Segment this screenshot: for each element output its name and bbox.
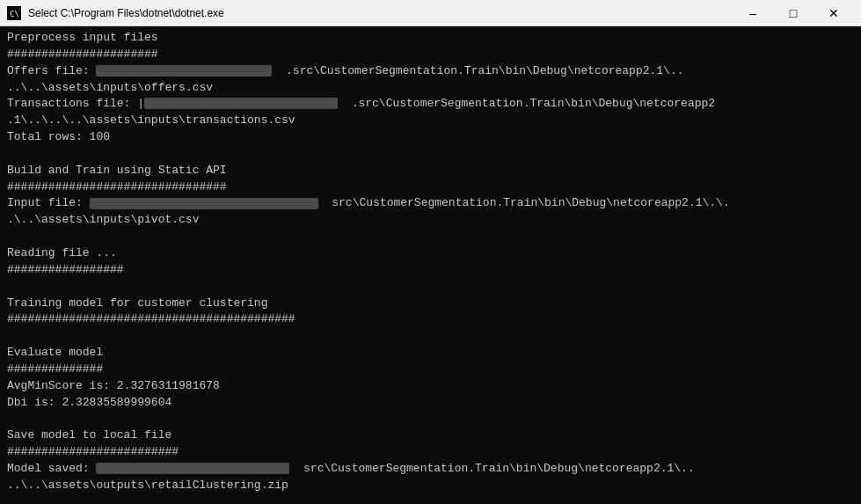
terminal-output: Preprocess input files #################…	[0, 26, 861, 504]
terminal-line: Evaluate model	[7, 345, 854, 362]
terminal-line: .\..\assets\inputs\pivot.csv	[7, 212, 854, 229]
app-icon: C\	[7, 6, 21, 20]
window-controls: – □ ✕	[733, 0, 854, 26]
terminal-line: ######################	[7, 47, 854, 63]
terminal-line: ..\..\assets\inputs\offers.csv	[7, 80, 854, 97]
terminal-line: Model saved: src\CustomerSegmentation.Tr…	[7, 461, 854, 478]
terminal-line	[7, 328, 854, 345]
close-button[interactable]: ✕	[814, 0, 854, 26]
terminal-line	[7, 494, 854, 504]
terminal-line: #########################	[7, 444, 854, 461]
terminal-line: Transactions file: | .src\CustomerSegmen…	[7, 96, 854, 113]
maximize-button[interactable]: □	[773, 0, 814, 26]
terminal-line	[7, 411, 854, 427]
terminal-line: Offers file: .src\CustomerSegmentation.T…	[7, 63, 854, 80]
terminal-line: ################################	[7, 179, 854, 196]
terminal-line: Dbi is: 2.32835589999604	[7, 395, 854, 412]
terminal-line	[7, 146, 854, 163]
terminal-line: ..\..\assets\outputs\retailClustering.zi…	[7, 478, 854, 494]
window-title: Select C:\Program Files\dotnet\dotnet.ex…	[28, 7, 733, 19]
minimize-button[interactable]: –	[733, 0, 773, 26]
terminal-line: AvgMinScore is: 2.3276311981678	[7, 378, 854, 395]
terminal-line: Reading file ...	[7, 245, 854, 262]
terminal-line: .1\..\..\..\assets\inputs\transactions.c…	[7, 113, 854, 129]
terminal-line	[7, 279, 854, 296]
title-bar: C\ Select C:\Program Files\dotnet\dotnet…	[0, 0, 861, 26]
terminal-line: Build and Train using Static API	[7, 163, 854, 179]
terminal-line: Save model to local file	[7, 427, 854, 444]
terminal-line	[7, 229, 854, 245]
terminal-line: Total rows: 100	[7, 129, 854, 146]
terminal-line: Input file: src\CustomerSegmentation.Tra…	[7, 195, 854, 212]
terminal-line: Training model for customer clustering	[7, 296, 854, 312]
terminal-line: ##############	[7, 362, 854, 378]
svg-text:C\: C\	[10, 10, 19, 18]
terminal-line: Preprocess input files	[7, 30, 854, 47]
terminal-line: ########################################…	[7, 311, 854, 328]
terminal-line: #################	[7, 262, 854, 279]
